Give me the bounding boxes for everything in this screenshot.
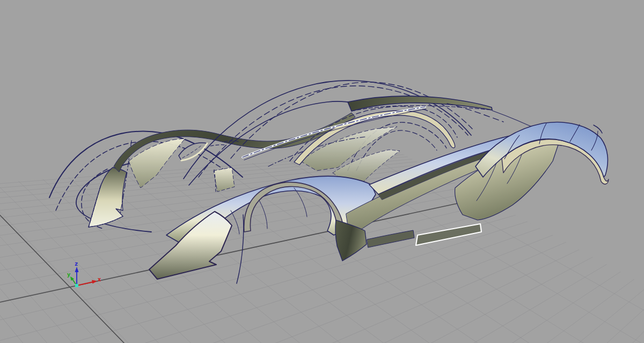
cad-viewport[interactable]: z y x xyxy=(0,0,644,343)
axis-z-label: z xyxy=(75,260,78,267)
axis-x-label: x xyxy=(98,276,101,283)
axis-y-label: y xyxy=(67,271,71,278)
viewport-background xyxy=(0,0,644,343)
viewport-canvas[interactable]: z y x xyxy=(0,0,644,343)
origin-marker xyxy=(75,284,78,287)
